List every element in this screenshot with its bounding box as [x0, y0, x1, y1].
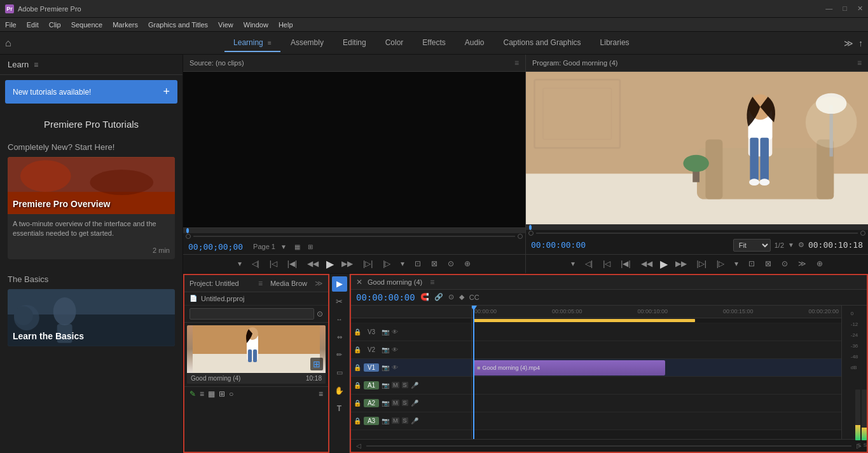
export-icon[interactable]: ↑ [858, 38, 863, 48]
track-v2-eye-icon[interactable]: 👁 [392, 346, 398, 353]
menu-graphics[interactable]: Graphics and Titles [148, 21, 208, 29]
pen-tool-btn[interactable]: ✏ [332, 348, 347, 363]
tab-audio[interactable]: Audio [456, 34, 493, 52]
maximize-btn[interactable]: □ [843, 4, 847, 13]
source-step-in-icon[interactable]: |▷ [380, 258, 393, 269]
source-insert-icon[interactable]: ⊡ [412, 258, 424, 269]
tab-libraries[interactable]: Libraries [591, 34, 638, 52]
learn-menu-icon[interactable]: ≡ [34, 60, 38, 69]
track-v3-cam-icon[interactable]: 📷 [382, 328, 389, 335]
a2-timeline-row[interactable] [472, 395, 841, 412]
source-step-back-icon[interactable]: |◁ [267, 258, 280, 269]
workspace-more-icon[interactable]: ≫ [844, 38, 853, 48]
tab-captions[interactable]: Captions and Graphics [495, 34, 590, 52]
source-add-btn-icon[interactable]: ⊕ [462, 258, 473, 269]
source-mark-out-icon[interactable]: ▾ [398, 258, 407, 269]
menu-file[interactable]: File [5, 21, 17, 29]
source-step-to-in-icon[interactable]: |◀| [285, 258, 300, 269]
prog-mark-in-icon[interactable]: ▾ [568, 258, 577, 269]
source-play-icon[interactable]: ▶ [326, 258, 334, 270]
project-menu-icon[interactable]: ≡ [258, 279, 263, 288]
minimize-btn[interactable]: — [825, 4, 832, 13]
track-a1-cam-icon[interactable]: 📷 [382, 382, 389, 389]
track-a1-s-btn[interactable]: S [402, 382, 408, 388]
proj-circle-icon[interactable]: ○ [229, 389, 233, 398]
prog-extract-icon[interactable]: ⊠ [762, 258, 774, 269]
menu-sequence[interactable]: Sequence [71, 21, 103, 29]
track-a1-mic-icon[interactable]: 🎤 [411, 382, 418, 389]
source-page-dropdown-icon[interactable]: ▼ [280, 243, 287, 250]
menu-help[interactable]: Help [279, 21, 293, 29]
tl-mark-icon[interactable]: ⊙ [448, 293, 454, 301]
v1-timeline-row[interactable]: ■ Good morning (4).mp4 [472, 359, 841, 377]
source-panel-menu-icon[interactable]: ≡ [514, 58, 519, 67]
track-a2-mic-icon[interactable]: 🎤 [411, 400, 418, 407]
prog-add-icon[interactable]: ⊕ [814, 258, 825, 269]
menu-edit[interactable]: Edit [27, 21, 39, 29]
prog-step-to-in-icon[interactable]: |◀| [618, 258, 633, 269]
source-step-fwd-icon[interactable]: |▷| [361, 258, 375, 269]
proj-grid-icon[interactable]: ▦ [208, 389, 215, 398]
proj-list-icon[interactable]: ≡ [200, 389, 204, 398]
track-v1-lock-icon[interactable]: 🔒 [354, 364, 361, 371]
timeline-menu-icon[interactable]: ≡ [430, 278, 434, 287]
menu-markers[interactable]: Markers [113, 21, 138, 29]
source-scrubbar[interactable] [183, 227, 525, 239]
media-browser-tab[interactable]: Media Brow [265, 280, 312, 287]
selection-tool-btn[interactable]: ▶ [332, 276, 347, 292]
hand-tool-btn[interactable]: ✋ [332, 383, 347, 398]
source-rewind-icon[interactable]: ◀◀ [305, 258, 321, 269]
menu-window[interactable]: Window [244, 21, 268, 29]
proj-menu-icon[interactable]: ≡ [319, 389, 323, 398]
prog-next-edit-icon[interactable]: |▷ [714, 258, 727, 269]
proj-new-icon[interactable]: ✎ [189, 389, 196, 398]
menu-clip[interactable]: Clip [49, 21, 61, 29]
track-a2-lock-icon[interactable]: 🔒 [354, 400, 361, 407]
track-v3-lock-icon[interactable]: 🔒 [354, 328, 361, 335]
prog-prev-edit-icon[interactable]: ◁| [582, 258, 595, 269]
track-v1-eye-icon[interactable]: 👁 [392, 364, 398, 371]
type-tool-btn[interactable]: T [332, 401, 347, 416]
proj-bins-icon[interactable]: ⊞ [219, 389, 225, 398]
source-camera-icon[interactable]: ⊙ [445, 258, 457, 269]
tab-effects[interactable]: Effects [413, 34, 454, 52]
v3-timeline-row[interactable] [472, 323, 841, 341]
prog-more-icon[interactable]: ≫ [796, 258, 809, 269]
v2-timeline-row[interactable] [472, 341, 841, 359]
cut-tool-btn[interactable]: ✂ [332, 294, 347, 309]
source-mark-in-icon[interactable]: ▾ [235, 258, 244, 269]
tl-add-marker-icon[interactable]: ◆ [459, 293, 464, 301]
tl-link-icon[interactable]: 🔗 [434, 293, 443, 301]
track-content-area[interactable]: 00:00:00 00:00:05:00 00:00:10:00 00:00:1… [472, 306, 841, 439]
tab-learning[interactable]: Learning ≡ [224, 34, 280, 52]
program-fraction-dropdown[interactable]: ▼ [788, 241, 794, 248]
track-a3-lock-icon[interactable]: 🔒 [354, 417, 361, 424]
prog-play-icon[interactable]: ▶ [660, 258, 668, 270]
tutorial-card-overview[interactable]: Premiere Pro Overview A two-minute overv… [8, 157, 175, 259]
source-ff-icon[interactable]: ▶▶ [339, 258, 355, 269]
project-more-icon[interactable]: ≫ [315, 279, 323, 288]
prog-rewind-icon[interactable]: ◀◀ [638, 258, 655, 269]
close-btn[interactable]: ✕ [857, 4, 863, 13]
v1-clip[interactable]: ■ Good morning (4).mp4 [473, 360, 665, 375]
source-overwrite-icon[interactable]: ⊠ [429, 258, 440, 269]
track-a2-m-btn[interactable]: M [392, 400, 399, 406]
prog-camera-icon[interactable]: ⊙ [779, 258, 790, 269]
project-search-input[interactable] [189, 308, 314, 320]
menu-view[interactable]: View [218, 21, 233, 29]
fit-dropdown[interactable]: Fit25%50%100% [733, 239, 771, 252]
prog-lift-icon[interactable]: ⊡ [746, 258, 757, 269]
source-prev-frame-icon[interactable]: ◁| [249, 258, 262, 269]
track-v2-cam-icon[interactable]: 📷 [382, 346, 389, 353]
track-a2-cam-icon[interactable]: 📷 [382, 400, 389, 407]
clip-thumbnail[interactable]: ⊞ Good morning (4) 10:18 [187, 325, 326, 384]
tl-magnet-icon[interactable]: 🧲 [420, 293, 429, 301]
tab-assembly[interactable]: Assembly [282, 34, 333, 52]
track-a1-m-btn[interactable]: M [392, 382, 399, 388]
project-camera-icon[interactable]: ⊙ [317, 309, 323, 318]
track-v1-cam-icon[interactable]: 📷 [382, 364, 389, 371]
a1-timeline-row[interactable] [472, 377, 841, 395]
timeline-close-icon[interactable]: ✕ [356, 278, 362, 287]
track-a1-lock-icon[interactable]: 🔒 [354, 382, 361, 389]
source-add-icon[interactable]: ⊞ [308, 243, 313, 250]
